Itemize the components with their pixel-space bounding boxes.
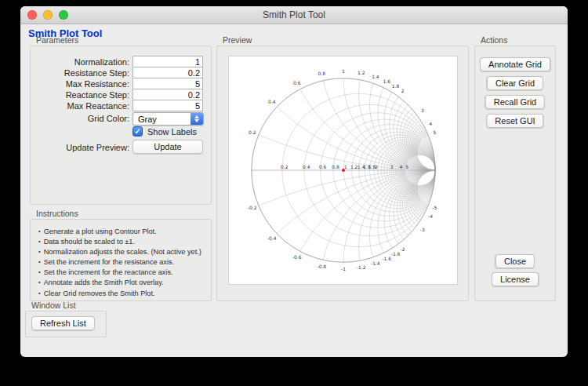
traffic-lights: [27, 10, 68, 20]
svg-text:5: 5: [433, 129, 436, 135]
instruction-item: Data should be scaled to ±1.: [38, 237, 208, 247]
svg-text:1.8: 1.8: [392, 83, 400, 89]
resistance-step-input[interactable]: [132, 67, 203, 78]
update-preview-label: Update Preview:: [31, 143, 129, 152]
grid-color-label: Grid Color:: [31, 114, 129, 123]
svg-text:0.4: 0.4: [303, 164, 310, 169]
smith-chart: 0.20.40.60.811.21.41.61.823450.20.40.60.…: [229, 56, 457, 284]
max-reactance-row: Max Reactance:: [31, 100, 211, 112]
svg-text:0.2: 0.2: [281, 164, 289, 169]
clear-grid-button[interactable]: Clear Grid: [487, 76, 543, 90]
show-labels-checkbox[interactable]: ✓: [132, 126, 143, 137]
max-resistance-label: Max Resistance:: [31, 79, 129, 89]
svg-text:-1.4: -1.4: [371, 260, 380, 266]
svg-text:-0.8: -0.8: [318, 264, 327, 269]
svg-text:0.8: 0.8: [318, 71, 326, 76]
update-preview-row: Update Preview: Update: [31, 140, 211, 152]
svg-text:-1.8: -1.8: [391, 251, 401, 257]
license-button[interactable]: License: [492, 272, 539, 286]
close-button[interactable]: Close: [495, 254, 535, 268]
reactance-step-label: Reactance Step:: [31, 90, 129, 100]
instruction-item: Clear Grid removes the Smith Plot.: [38, 289, 208, 299]
window-list-group: Window List Refresh List: [25, 311, 107, 337]
svg-text:4: 4: [429, 121, 432, 126]
svg-text:0.2: 0.2: [249, 129, 256, 135]
preview-group: Preview 0.20.40.60.811.21.41.61.823450.2…: [216, 46, 469, 301]
svg-text:1: 1: [342, 68, 345, 74]
window-titlebar[interactable]: Smith Plot Tool: [20, 6, 568, 24]
normalization-input[interactable]: [132, 56, 203, 67]
svg-text:-0.6: -0.6: [292, 254, 302, 260]
grid-color-select[interactable]: Gray: [132, 112, 204, 126]
svg-text:2: 2: [401, 88, 405, 93]
svg-text:1: 1: [344, 164, 347, 169]
svg-text:-4: -4: [428, 213, 433, 219]
svg-text:4: 4: [399, 164, 402, 169]
instruction-item: Annotate adds the Smith Plot overlay.: [38, 278, 208, 288]
svg-text:1.2: 1.2: [358, 70, 365, 75]
svg-text:5: 5: [405, 164, 408, 169]
svg-text:3: 3: [390, 164, 394, 169]
max-reactance-label: Max Reactance:: [31, 101, 129, 111]
actions-group: Actions Annotate Grid Clear Grid Recall …: [474, 46, 556, 301]
minimize-window-button[interactable]: [43, 10, 53, 20]
grid-color-row: Grid Color: Gray: [31, 112, 211, 125]
check-icon: ✓: [133, 127, 142, 137]
resistance-step-label: Resistance Step:: [31, 68, 129, 78]
chevron-up-icon: [194, 115, 199, 118]
svg-text:1.4: 1.4: [372, 74, 379, 79]
reset-gui-button[interactable]: Reset GUI: [486, 114, 543, 128]
svg-text:-3: -3: [420, 227, 425, 232]
recall-grid-button[interactable]: Recall Grid: [485, 95, 545, 109]
chevron-down-icon: [194, 119, 199, 122]
instructions-group: Instructions Generate a plot using Conto…: [30, 219, 212, 301]
window-content: Smith Plot Tool Parameters Normalization…: [20, 24, 568, 357]
svg-text:3: 3: [421, 107, 424, 113]
instruction-item: Generate a plot using Contour Plot.: [38, 227, 208, 237]
refresh-list-button[interactable]: Refresh List: [31, 316, 95, 330]
svg-text:-0.4: -0.4: [267, 235, 277, 241]
svg-text:0.8: 0.8: [332, 164, 339, 169]
show-labels-row: ✓ Show Labels: [31, 126, 211, 139]
preview-group-label: Preview: [223, 35, 252, 45]
instruction-item: Set the increment for the resistance axi…: [38, 257, 208, 268]
normalization-label: Normalization:: [31, 57, 129, 67]
instructions-list: Generate a plot using Contour Plot. Data…: [31, 220, 211, 299]
parameters-group-label: Parameters: [36, 35, 78, 45]
window-list-group-label: Window List: [31, 300, 76, 310]
popup-chevrons-icon: [191, 113, 203, 125]
preview-plot-area: 0.20.40.60.811.21.41.61.823450.20.40.60.…: [228, 56, 458, 285]
svg-text:-0.2: -0.2: [248, 205, 257, 210]
window-title: Smith Plot Tool: [263, 9, 325, 20]
svg-text:0.6: 0.6: [293, 80, 301, 86]
svg-text:-1.6: -1.6: [382, 256, 391, 261]
svg-text:-1.2: -1.2: [357, 264, 366, 270]
instruction-item: Set the increment for the reactance axis…: [38, 268, 208, 278]
max-reactance-input[interactable]: [132, 100, 203, 111]
svg-text:1.6: 1.6: [383, 78, 390, 84]
annotate-grid-button[interactable]: Annotate Grid: [480, 57, 550, 71]
update-button[interactable]: Update: [132, 140, 203, 154]
svg-text:2: 2: [375, 164, 378, 169]
instruction-item: Normalization adjusts the scales. (Not a…: [38, 247, 208, 257]
parameters-group: Parameters Normalization: Resistance Ste…: [30, 46, 212, 205]
svg-text:-5: -5: [432, 205, 437, 210]
show-labels-label: Show Labels: [147, 127, 197, 137]
instructions-group-label: Instructions: [36, 209, 78, 218]
close-window-button[interactable]: [27, 10, 37, 20]
grid-color-value: Gray: [133, 115, 191, 124]
reactance-step-input[interactable]: [132, 89, 203, 100]
svg-text:0.6: 0.6: [319, 164, 327, 169]
actions-group-label: Actions: [481, 35, 507, 45]
svg-text:-2: -2: [401, 246, 405, 252]
zoom-window-button[interactable]: [59, 10, 68, 20]
svg-text:0.4: 0.4: [268, 99, 276, 104]
max-resistance-input[interactable]: [132, 78, 203, 89]
app-window: Smith Plot Tool Smith Plot Tool Paramete…: [20, 6, 568, 357]
svg-text:-1: -1: [341, 266, 346, 271]
